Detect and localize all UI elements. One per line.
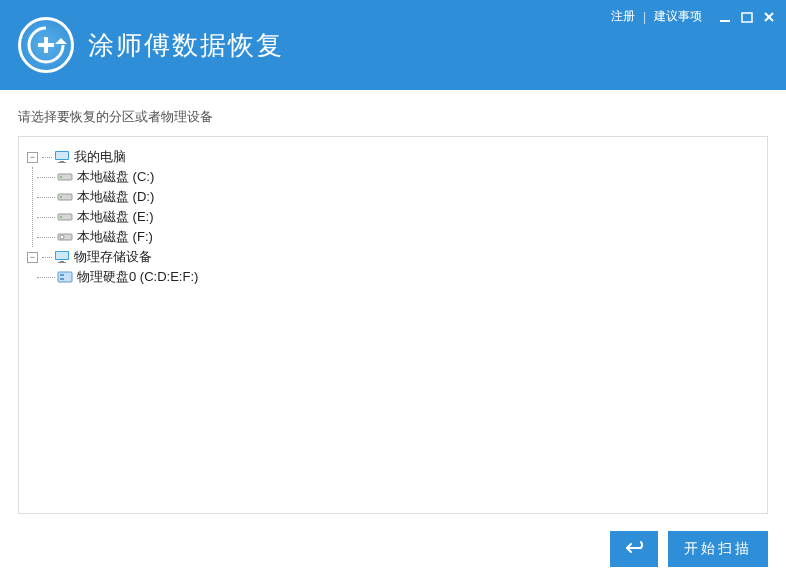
svg-rect-23 — [58, 272, 72, 282]
tree-connector — [42, 157, 52, 158]
top-links: 注册 | 建议事项 — [611, 8, 776, 25]
device-tree-panel: − 我的电脑 本地磁盘 (C:) 本地磁盘 (D:) — [18, 136, 768, 514]
tree-children-my-computer: 本地磁盘 (C:) 本地磁盘 (D:) 本地磁盘 (E:) — [32, 167, 759, 247]
app-logo-icon — [18, 17, 74, 73]
svg-marker-4 — [55, 38, 67, 44]
collapse-icon[interactable]: − — [27, 252, 38, 263]
svg-rect-8 — [56, 152, 68, 159]
tree-node-physical-disk[interactable]: 物理硬盘0 (C:D:E:F:) — [37, 267, 759, 287]
svg-point-16 — [60, 216, 62, 218]
svg-rect-10 — [58, 162, 66, 163]
tree-label: 物理硬盘0 (C:D:E:F:) — [77, 267, 198, 287]
drive-icon — [57, 210, 73, 224]
tree-connector — [37, 237, 55, 238]
tree-connector — [42, 257, 52, 258]
instruction-text: 请选择要恢复的分区或者物理设备 — [18, 108, 768, 126]
body-area: 请选择要恢复的分区或者物理设备 − 我的电脑 本地磁盘 (C:) — [0, 90, 786, 514]
svg-rect-22 — [58, 262, 66, 263]
tree-label: 本地磁盘 (F:) — [77, 227, 153, 247]
tree-connector — [37, 177, 55, 178]
tree-label: 物理存储设备 — [74, 247, 152, 267]
suggestion-link[interactable]: 建议事项 — [654, 8, 702, 25]
tree-node-my-computer[interactable]: − 我的电脑 — [27, 147, 759, 167]
separator: | — [643, 10, 646, 24]
svg-rect-20 — [56, 252, 68, 259]
app-header: 注册 | 建议事项 涂师傅数据恢复 — [0, 0, 786, 90]
maximize-button[interactable] — [740, 10, 754, 24]
back-arrow-icon — [623, 539, 645, 560]
close-button[interactable] — [762, 10, 776, 24]
svg-point-18 — [60, 235, 64, 239]
tree-connector — [37, 197, 55, 198]
drive-icon — [57, 190, 73, 204]
app-title: 涂师傅数据恢复 — [88, 28, 284, 63]
register-link[interactable]: 注册 — [611, 8, 635, 25]
monitor-icon — [54, 150, 70, 164]
tree-connector — [37, 277, 55, 278]
tree-label: 本地磁盘 (C:) — [77, 167, 154, 187]
window-controls — [718, 10, 776, 24]
drive-icon — [57, 170, 73, 184]
minimize-button[interactable] — [718, 10, 732, 24]
back-button[interactable] — [610, 531, 658, 567]
svg-rect-9 — [60, 161, 64, 162]
svg-point-14 — [60, 196, 62, 198]
tree-label: 我的电脑 — [74, 147, 126, 167]
tree-children-physical: 物理硬盘0 (C:D:E:F:) — [32, 267, 759, 287]
tree-node-drive[interactable]: 本地磁盘 (F:) — [37, 227, 759, 247]
footer-area: 开始扫描 — [0, 514, 786, 577]
monitor-icon — [54, 250, 70, 264]
tree-label: 本地磁盘 (E:) — [77, 207, 154, 227]
tree-label: 本地磁盘 (D:) — [77, 187, 154, 207]
svg-rect-21 — [60, 261, 64, 262]
svg-rect-25 — [60, 278, 64, 280]
tree-node-drive[interactable]: 本地磁盘 (D:) — [37, 187, 759, 207]
start-scan-button[interactable]: 开始扫描 — [668, 531, 768, 567]
tree-node-physical-storage[interactable]: − 物理存储设备 — [27, 247, 759, 267]
tree-node-drive[interactable]: 本地磁盘 (C:) — [37, 167, 759, 187]
disc-drive-icon — [57, 230, 73, 244]
tree-connector — [37, 217, 55, 218]
svg-point-12 — [60, 176, 62, 178]
svg-rect-1 — [742, 13, 752, 22]
svg-rect-24 — [60, 274, 64, 276]
hard-disk-icon — [57, 270, 73, 284]
collapse-icon[interactable]: − — [27, 152, 38, 163]
tree-node-drive[interactable]: 本地磁盘 (E:) — [37, 207, 759, 227]
